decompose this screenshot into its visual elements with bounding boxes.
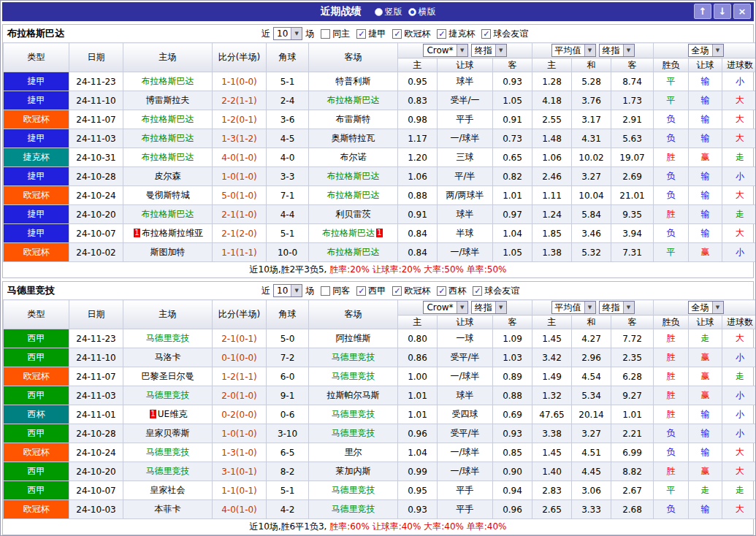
home-team[interactable]: 曼彻斯特城 [123,186,213,205]
home-team[interactable]: 马德里竞技 [123,329,213,348]
match-count-select[interactable]: 10▼ [273,284,302,297]
odds-time-select[interactable]: 终指▼ [471,44,507,57]
home-team[interactable]: 布拉格斯巴达 [123,110,213,129]
same-venue-label: 同主 [332,28,350,40]
away-team[interactable]: 阿拉维斯 [309,329,398,348]
odds-value: 平手 [438,481,493,500]
home-team[interactable]: 布拉格斯巴达 [123,148,213,167]
same-venue-checkbox[interactable] [321,286,330,296]
away-team[interactable]: 布拉格斯巴达 [309,91,398,110]
away-team[interactable]: 马德里竞技 [309,348,398,367]
away-team[interactable]: 马德里竞技 [309,500,398,519]
odds-value: 0.82 [493,167,532,186]
league-filter-checkbox[interactable] [392,29,402,39]
league-filter-checkbox[interactable] [356,286,366,296]
home-team[interactable]: 马德里竞技 [123,386,213,405]
match-count-select[interactable]: 10▼ [273,27,302,40]
away-team[interactable]: 布雷斯特 [309,110,398,129]
league-filter-checkbox[interactable] [437,29,446,39]
home-team[interactable]: 马德里竞技 [123,443,213,462]
away-team[interactable]: 马德里竞技 [309,367,398,386]
league-filter-checkbox[interactable] [356,29,366,39]
result-value: 输 [689,72,722,91]
result-value: 小 [722,167,756,186]
league-badge: 西甲 [4,462,69,481]
league-filter-checkbox[interactable] [481,29,491,39]
home-team[interactable]: 皇家社会 [123,481,213,500]
league-filter-checkbox[interactable] [473,286,482,296]
home-team-name: 马德里竞技 [146,390,190,400]
same-venue-checkbox[interactable] [321,29,330,39]
home-team[interactable]: 皇家贝蒂斯 [123,424,213,443]
close-button[interactable]: × [733,4,751,19]
away-team[interactable]: 马德里竞技 [309,405,398,424]
home-team[interactable]: 布拉格斯巴达 [123,72,213,91]
home-team[interactable]: 巴黎圣日尔曼 [123,367,213,386]
away-team[interactable]: 马德里竞技 [309,481,398,500]
home-team[interactable]: 布拉格斯巴达 [123,205,213,224]
match-date: 24-10-24 [69,443,123,462]
away-team[interactable]: 奥斯特拉瓦 [309,129,398,148]
home-team[interactable]: 1UE维克 [123,405,213,424]
away-team[interactable]: 利贝雷茨 [309,205,398,224]
away-team-name: 布拉格斯巴达 [327,247,380,257]
away-team[interactable]: 马德里竞技 [309,424,398,443]
match-score: 1-3(1-2) [213,129,267,148]
full-time-select[interactable]: 全场▼ [688,301,724,314]
home-team[interactable]: 马洛卡 [123,348,213,367]
league-filter-list: 西甲欧冠杯西杯球会友谊 [351,285,521,297]
odds-value: 2.91 [611,110,654,129]
average-odds-select[interactable]: 平均值▼ [551,44,596,57]
result-value: 负 [654,167,689,186]
away-team[interactable]: 布拉格斯巴达1 [309,224,398,243]
away-team[interactable]: 布拉格斯巴达 [309,167,398,186]
match-row: 捷甲24-11-03布拉格斯巴达1-3(1-2)4-5奥斯特拉瓦1.17一/球半… [4,129,756,148]
away-team-name: 布雷斯特 [336,114,371,124]
titlebar: 近期战绩 竖版 横版 ↑ ↓ × [2,2,754,21]
result-value: 走 [722,367,756,386]
full-time-select[interactable]: 全场▼ [688,44,724,57]
radio-vertical-layout[interactable] [375,8,383,16]
home-team[interactable]: 斯图加特 [123,243,213,262]
away-team[interactable]: 特普利斯 [309,72,398,91]
league-filter-checkbox[interactable] [392,286,402,296]
away-team[interactable]: 拉斯帕尔马斯 [309,386,398,405]
match-score: 1-3(1-0) [213,443,267,462]
home-team[interactable]: 博雷斯拉夫 [123,91,213,110]
away-team[interactable]: 布拉格斯巴达 [309,186,398,205]
odds-value: 4.51 [572,443,611,462]
away-team[interactable]: 布尔诺 [309,148,398,167]
home-team[interactable]: 布拉格斯巴达 [123,129,213,148]
move-down-button[interactable]: ↓ [714,4,731,19]
odds-value: 2.55 [532,110,572,129]
home-team[interactable]: 皮尔森 [123,167,213,186]
match-score: 1-0(1-0) [213,167,267,186]
away-team[interactable]: 莱加内斯 [309,462,398,481]
radio-horizontal-layout[interactable] [408,8,416,16]
away-team[interactable]: 布拉格斯巴达 [309,243,398,262]
league-filter-checkbox[interactable] [437,286,446,296]
match-date: 24-11-10 [69,91,123,110]
average-time-select[interactable]: 终指▼ [599,44,635,57]
odds-source-select[interactable]: Crow*▼ [423,44,467,57]
home-team[interactable]: 马德里竞技 [123,462,213,481]
away-team[interactable]: 里尔 [309,443,398,462]
away-team-name: 里尔 [345,447,362,457]
away-team-name: 莱加内斯 [336,466,371,476]
team-section-sparta: 布拉格斯巴达 近 10▼ 场 同主 捷甲欧冠杯捷克杯球会友谊 [2,24,754,278]
average-time-select[interactable]: 终指▼ [599,301,635,314]
corner-score: 7-1 [267,186,309,205]
odds-time-select[interactable]: 终指▼ [471,301,507,314]
home-team[interactable]: 本菲卡 [123,500,213,519]
home-team[interactable]: 1布拉格斯拉维亚 [123,224,213,243]
odds-value: 9.27 [611,386,654,405]
odds-value: 0.99 [398,462,438,481]
odds-value: 0.95 [398,72,438,91]
away-team-name: 马德里竞技 [332,485,375,495]
move-up-button[interactable]: ↑ [694,4,711,19]
odds-source-select[interactable]: Crow*▼ [423,301,467,314]
home-team-name: 马德里竞技 [146,466,190,476]
odds-value: 球半 [438,205,493,224]
average-odds-select[interactable]: 平均值▼ [551,301,596,314]
odds-value: 1.32 [532,386,572,405]
